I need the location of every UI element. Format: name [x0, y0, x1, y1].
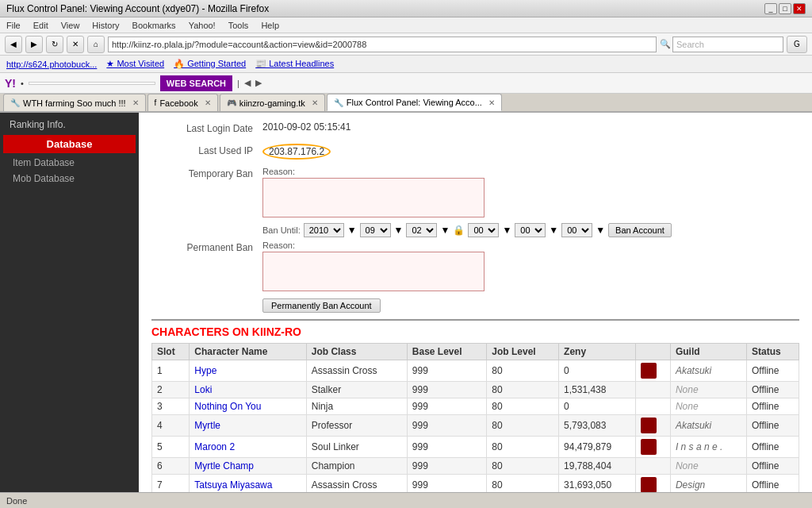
sidebar-mob-database[interactable]: Mob Database — [0, 171, 139, 187]
tab-facebook[interactable]: f Facebook ✕ — [147, 94, 218, 111]
cell-job: Assassin Cross — [306, 360, 407, 382]
col-slot: Slot — [152, 344, 190, 360]
char-name-link[interactable]: Loki — [194, 384, 212, 395]
tab-wtf[interactable]: 🔧 WTH farming Soo much !!! ✕ — [3, 94, 146, 111]
menu-help[interactable]: Help — [261, 21, 279, 30]
web-search-button[interactable]: WEB SEARCH — [160, 75, 232, 91]
cell-name: Maroon 2 — [190, 437, 306, 458]
temp-ban-label: Temporary Ban — [151, 167, 262, 179]
last-login-date-label: Last Login Date — [151, 121, 262, 134]
char-sprite-icon — [641, 363, 657, 379]
menu-bookmarks[interactable]: Bookmarks — [132, 21, 176, 30]
yahoo-nav-back[interactable]: ◀ — [244, 78, 251, 88]
perm-ban-reason-textarea[interactable] — [262, 252, 485, 291]
h3-dropdown-icon: ▼ — [596, 225, 605, 236]
back-button[interactable]: ◀ — [5, 36, 22, 53]
menu-tools[interactable]: Tools — [228, 21, 249, 30]
cell-job: Stalker — [306, 382, 407, 398]
char-name-link[interactable]: Myrtle — [194, 420, 220, 431]
cell-base-lvl: 999 — [407, 458, 487, 475]
tab-kiinzro[interactable]: 🎮 kiinzro-gaming.tk ✕ — [220, 94, 325, 111]
search-input[interactable]: Search — [672, 37, 783, 52]
table-row: 1 Hype Assassin Cross 999 80 0 Akatsuki … — [152, 360, 799, 382]
temp-ban-reason-textarea[interactable] — [262, 178, 485, 217]
yahoo-logo: Y! — [5, 77, 16, 90]
menu-file[interactable]: File — [6, 21, 21, 30]
cell-job-lvl: 80 — [487, 415, 559, 437]
col-base-level: Base Level — [407, 344, 487, 360]
ban-sec-select[interactable]: 0030 — [561, 223, 592, 237]
bookmark-photobucket[interactable]: http://s624.photobuck... — [6, 60, 97, 69]
last-used-ip-label: Last Used IP — [151, 144, 262, 156]
account-info-section: Last Login Date 2010-09-02 05:15:41 Last… — [151, 119, 799, 313]
tab-close-wtf[interactable]: ✕ — [132, 98, 139, 107]
yahoo-search-input[interactable] — [29, 82, 155, 85]
cell-job: Assassin Cross — [306, 475, 407, 493]
cell-slot: 4 — [152, 415, 190, 437]
cell-name: Nothing On You — [190, 398, 306, 415]
cell-guild: Design — [670, 475, 746, 493]
reload-button[interactable]: ↻ — [46, 36, 63, 53]
address-bar[interactable]: http://kiinz-ro.plala.jp/?module=account… — [108, 37, 657, 52]
cell-base-lvl: 999 — [407, 437, 487, 458]
char-name-link[interactable]: Myrtle Champ — [194, 460, 254, 471]
cell-zeny: 19,788,404 — [559, 458, 636, 475]
tab-flux[interactable]: 🔧 Flux Control Panel: Viewing Acco... ✕ — [327, 94, 502, 111]
cell-status: Offline — [746, 382, 799, 398]
menu-edit[interactable]: Edit — [33, 21, 48, 30]
char-name-link[interactable]: Nothing On You — [194, 401, 261, 412]
perm-ban-account-button[interactable]: Permanently Ban Account — [262, 298, 381, 313]
tab-close-flux[interactable]: ✕ — [488, 98, 495, 107]
char-name-link[interactable]: Hype — [194, 365, 216, 376]
bookmarks-bar: http://s624.photobuck... ★ Most Visited … — [0, 56, 812, 73]
cell-name: Tatsuya Miyasawa — [190, 475, 306, 493]
ban-hour-select[interactable]: 0001 — [468, 223, 499, 237]
ban-year-select[interactable]: 201020112012 — [304, 223, 344, 237]
menu-history[interactable]: History — [92, 21, 119, 30]
bookmark-latest-headlines[interactable]: 📰 Latest Headlines — [255, 59, 334, 69]
home-button[interactable]: ⌂ — [87, 36, 105, 53]
char-sprite-icon — [641, 418, 657, 433]
cell-base-lvl: 999 — [407, 475, 487, 493]
cell-icon — [636, 360, 671, 382]
ban-min-select[interactable]: 0030 — [515, 223, 546, 237]
close-button[interactable]: ✕ — [793, 3, 806, 14]
tab-close-kiinzro[interactable]: ✕ — [312, 98, 318, 107]
menu-yahoo[interactable]: Yahoo! — [189, 21, 216, 30]
h1-dropdown-icon: ▼ — [502, 225, 511, 236]
menu-view[interactable]: View — [61, 21, 80, 30]
cell-job: Soul Linker — [306, 437, 407, 458]
cell-zeny: 94,479,879 — [559, 437, 636, 458]
ban-month-select[interactable]: 090102 — [360, 223, 391, 237]
cell-status: Offline — [746, 398, 799, 415]
tab-icon-wtf: 🔧 — [10, 98, 20, 107]
forward-button[interactable]: ▶ — [25, 36, 43, 53]
col-zeny: Zeny — [559, 344, 636, 360]
last-used-ip-value: 203.87.176.2 — [262, 144, 331, 160]
sidebar: Ranking Info. Database Item Database Mob… — [0, 113, 139, 492]
status-text: Done — [6, 496, 27, 506]
tab-close-facebook[interactable]: ✕ — [205, 98, 211, 107]
bookmark-most-visited[interactable]: ★ Most Visited — [106, 59, 164, 69]
window-controls: _ □ ✕ — [764, 3, 806, 14]
page-content: Last Login Date 2010-09-02 05:15:41 Last… — [139, 113, 812, 492]
browser-titlebar: Flux Control Panel: Viewing Account (xdy… — [0, 0, 812, 17]
maximize-button[interactable]: □ — [779, 3, 791, 14]
cell-job: Champion — [306, 458, 407, 475]
ban-day-select[interactable]: 020103 — [406, 223, 437, 237]
cell-job-lvl: 80 — [487, 475, 559, 493]
cell-base-lvl: 999 — [407, 398, 487, 415]
yahoo-nav-forward[interactable]: ▶ — [255, 78, 262, 88]
sidebar-item-database[interactable]: Item Database — [0, 155, 139, 171]
sidebar-ranking[interactable]: Ranking Info. — [0, 116, 139, 133]
sidebar-database-header[interactable]: Database — [3, 135, 136, 153]
bookmark-getting-started[interactable]: 🔥 Getting Started — [174, 59, 246, 69]
addon-button[interactable]: G — [787, 36, 807, 53]
char-name-link[interactable]: Maroon 2 — [194, 441, 235, 452]
ban-account-button[interactable]: Ban Account — [608, 223, 672, 237]
stop-button[interactable]: ✕ — [67, 36, 84, 53]
minimize-button[interactable]: _ — [764, 3, 777, 14]
char-name-link[interactable]: Tatsuya Miyasawa — [194, 479, 272, 491]
tab-icon-kiinzro: 🎮 — [227, 98, 236, 107]
table-row: 4 Myrtle Professor 999 80 5,793,083 Akat… — [152, 415, 799, 437]
